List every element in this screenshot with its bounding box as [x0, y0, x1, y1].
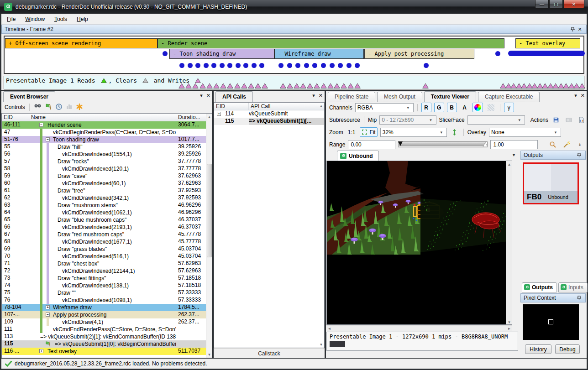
tab-capture-executable[interactable]: Capture Executable — [478, 92, 540, 102]
event-row-60[interactable]: 60vkCmdDrawIndexed(60,1)37.62963 — [2, 180, 206, 187]
range-max-input[interactable]: 1.00 — [490, 140, 538, 149]
timeline-marker[interactable]: + Off-screen scene rendering — [5, 38, 158, 48]
timeline-marker[interactable]: - Render scene — [158, 38, 504, 48]
event-row-64[interactable]: 64vkCmdDrawIndexed(1062,1)46.96296 — [2, 209, 206, 216]
viewport-vscrollbar[interactable]: ▲ ▼ — [506, 161, 512, 325]
expand-toggle[interactable]: + — [39, 349, 43, 353]
event-row-76[interactable]: 76vkCmdDrawIndexed(1098,1)57.33333 — [2, 297, 206, 304]
timeline-marker[interactable]: - Toon shading draw — [169, 49, 274, 59]
event-row-47[interactable]: 47vkCmdBeginRenderPass(C=Clear, D=Clear,… — [2, 129, 206, 136]
pin-icon[interactable] — [575, 295, 583, 301]
event-row-62[interactable]: 62vkCmdDrawIndexed(342,1)37.92593 — [2, 194, 206, 202]
api-call-row-115[interactable]: 115=> vkQueueSubmit(1)[... — [214, 118, 324, 125]
minimize-button[interactable]: — — [535, 0, 549, 9]
menu-file[interactable]: File — [3, 15, 20, 24]
checkerboard-button[interactable] — [486, 103, 496, 112]
timeline-marker[interactable]: - Apply post processing — [364, 49, 474, 59]
event-row-109[interactable]: 109vkCmdDraw(4,1)262.37... — [2, 318, 206, 326]
save-icon[interactable] — [551, 115, 561, 125]
range-detail-toggle[interactable]: ⇟ — [575, 140, 585, 149]
pin-icon[interactable] — [569, 26, 576, 32]
close-button[interactable]: ✕ — [563, 0, 584, 9]
range-min-input[interactable]: 0.00 — [348, 140, 395, 149]
event-browser-columns[interactable]: EID Name Duratio... — [2, 114, 212, 121]
api-calls-columns[interactable]: EID API Call — [214, 103, 324, 110]
event-row-73[interactable]: 73Draw "chest fittings"57.18518 — [2, 275, 206, 282]
event-row-51-76[interactable]: 51-76−Toon shading draw1017.7... — [2, 136, 206, 143]
texture-viewport[interactable]: ▲ ▼ — [326, 161, 512, 325]
event-row-65[interactable]: 65Draw "blue mushroom caps"46.37037 — [2, 216, 206, 224]
pin-icon[interactable] — [575, 152, 583, 158]
event-row-72[interactable]: 72vkCmdDrawIndexed(12144,1)57.62963 — [2, 267, 206, 275]
channel-r-button[interactable]: R — [421, 103, 431, 112]
event-row-55[interactable]: 55Draw "hill"39.25926 — [2, 143, 206, 151]
close-icon[interactable]: ✕ — [206, 93, 210, 99]
menu-tools[interactable]: Tools — [50, 15, 71, 24]
event-row-75[interactable]: 75Draw ""57.33333 — [2, 289, 206, 297]
timeline-canvas[interactable]: + Off-screen scene rendering- Render sce… — [4, 36, 584, 74]
chevron-down-icon[interactable]: ▾ — [200, 93, 203, 99]
zoom-1-1-button[interactable]: 1:1 — [346, 127, 357, 137]
tab-api-calls[interactable]: API Calls — [215, 91, 253, 102]
api-call-row-114[interactable]: +114vkQueueSubmit — [214, 110, 324, 118]
collapse-toggle[interactable]: − — [46, 137, 50, 141]
event-row-63[interactable]: 63Draw "mushroom stems"46.96296 — [2, 202, 206, 209]
tab-inputs[interactable]: Inputs — [558, 282, 588, 292]
open-code-icon[interactable] — [577, 115, 587, 125]
zoom-range-icon[interactable] — [547, 140, 558, 149]
fb0-thumbnail[interactable]: FB0 Unbound — [523, 162, 579, 204]
menu-window[interactable]: Window — [21, 15, 49, 24]
event-row-67[interactable]: 67Draw "red mushroom caps"45.77778 — [2, 231, 206, 238]
collapse-toggle[interactable]: − — [39, 123, 43, 127]
event-row-66[interactable]: 66vkCmdDrawIndexed(2193,1)46.37037 — [2, 224, 206, 231]
tab-current-texture[interactable]: Unbound — [337, 151, 379, 161]
viewport-hscrollbar[interactable]: ◄ ► — [326, 325, 512, 331]
timeline-marker[interactable]: - Text overlay — [515, 38, 580, 48]
expand-toggle[interactable]: + — [46, 305, 50, 309]
color-wheel-button[interactable] — [472, 103, 483, 112]
event-row-78-104[interactable]: 78-104+Wireframe draw1784.5... — [2, 304, 206, 311]
event-row-71[interactable]: 71Draw "chest box"57.62963 — [2, 260, 206, 267]
collapse-toggle[interactable]: − — [46, 313, 50, 317]
event-row-57[interactable]: 57Draw "rocks"37.77778 — [2, 158, 206, 165]
channel-a-button[interactable]: A — [460, 103, 470, 112]
tab-pipeline-state[interactable]: Pipeline State — [328, 92, 375, 102]
event-row-116-...[interactable]: 116-...+Text overlay511.7037 — [2, 348, 206, 355]
chevron-down-icon[interactable]: ▾ — [513, 152, 515, 157]
event-browser-vscrollbar[interactable]: ▲ ▼ — [206, 114, 212, 358]
bookmark-flag-icon[interactable] — [45, 103, 52, 112]
time-clock-icon[interactable] — [55, 103, 63, 112]
chevron-down-icon[interactable]: ▾ — [574, 93, 577, 99]
event-row-58[interactable]: 58vkCmdDrawIndexed(120,1)37.77778 — [2, 165, 206, 172]
event-row-107-...[interactable]: 107-...−Apply post processing262.37... — [2, 311, 206, 318]
close-icon[interactable]: ✕ — [319, 93, 323, 99]
export-image-icon[interactable] — [564, 115, 574, 125]
zoom-level-combo[interactable]: 32%▾ — [380, 128, 447, 137]
tab-event-browser[interactable]: Event Browser — [3, 91, 55, 102]
event-row-69[interactable]: 69Draw "grass blades"45.03704 — [2, 245, 206, 253]
event-row-113[interactable]: 113=> vkQueueSubmit(2)[1]: vkEndCommandB… — [2, 333, 206, 340]
flip-y-icon[interactable] — [450, 127, 460, 137]
star-icon[interactable] — [76, 103, 83, 112]
channels-select[interactable]: RGBA▾ — [355, 103, 414, 112]
callstack-section[interactable]: Callstack — [214, 348, 325, 358]
tab-mesh-output[interactable]: Mesh Output — [377, 92, 422, 102]
gamma-button[interactable]: γ — [504, 103, 514, 112]
timeline-marker[interactable]: - Wireframe draw — [274, 49, 364, 59]
slice-face-select[interactable]: ▾ — [467, 115, 525, 125]
event-row-70[interactable]: 70vkCmdDrawIndexed(516,1)45.03704 — [2, 253, 206, 260]
zoom-fit-button[interactable]: Fit — [360, 127, 377, 137]
pixel-context-view[interactable] — [523, 304, 579, 340]
event-row-74[interactable]: 74vkCmdDrawIndexed(138,1)57.18518 — [2, 282, 206, 289]
close-icon[interactable]: ✕ — [576, 26, 583, 32]
history-button[interactable]: History — [525, 344, 551, 354]
event-row-115[interactable]: 115=> vkQueueSubmit(1)[0]: vkBeginComman… — [2, 340, 206, 348]
chevron-down-icon[interactable]: ▾ — [312, 93, 315, 99]
event-row-68[interactable]: 68vkCmdDrawIndexed(1677,1)45.77778 — [2, 238, 206, 245]
event-row-59[interactable]: 59Draw "cave"37.62963 — [2, 172, 206, 180]
close-icon[interactable]: ✕ — [581, 93, 585, 99]
channel-g-button[interactable]: G — [434, 103, 444, 112]
tab-texture-viewer[interactable]: Texture Viewer — [424, 91, 476, 102]
tab-outputs[interactable]: Outputs — [522, 282, 557, 292]
channel-b-button[interactable]: B — [447, 103, 457, 112]
